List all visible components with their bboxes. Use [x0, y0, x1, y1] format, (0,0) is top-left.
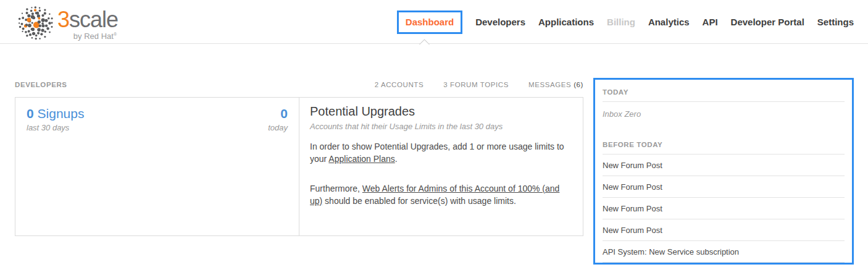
activity-list-item[interactable]: New Forum Post — [603, 198, 845, 219]
inbox-zero-label: Inbox Zero — [603, 102, 845, 135]
nav-item-developer-portal[interactable]: Developer Portal — [731, 17, 804, 27]
potential-upgrades-paragraph-1: In order to show Potential Upgrades, add… — [310, 140, 572, 166]
today-header: TODAY — [603, 83, 845, 102]
application-plans-link[interactable]: Application Plans — [328, 154, 394, 164]
potential-upgrades-subtitle: Accounts that hit their Usage Limits in … — [310, 122, 572, 131]
signups-today-label: today — [268, 123, 288, 132]
threescale-logo[interactable]: 3scale by Red Hat® — [18, 5, 118, 41]
signups-widget: 0 Signups 0 last 30 days today — [15, 98, 299, 235]
active-tab-caret — [416, 39, 432, 44]
threescale-logo-text: 3scale by Red Hat® — [57, 9, 118, 40]
nav-item-api[interactable]: API — [703, 17, 718, 27]
activity-list-item[interactable]: New Forum Post — [603, 219, 845, 241]
before-today-header: BEFORE TODAY — [603, 135, 845, 155]
top-header: 3scale by Red Hat® Dashboard Developers … — [0, 0, 868, 44]
nav-item-applications[interactable]: Applications — [538, 17, 594, 27]
nav-item-developers[interactable]: Developers — [475, 17, 525, 27]
signups-period-label: last 30 days — [27, 123, 69, 132]
potential-upgrades-widget: Potential Upgrades Accounts that hit the… — [299, 98, 583, 235]
developers-section-title: DEVELOPERS — [15, 81, 67, 88]
activity-list-item[interactable]: API System: New Application submission — [603, 263, 845, 267]
accounts-link[interactable]: 2 ACCOUNTS — [375, 81, 424, 88]
messages-link[interactable]: MESSAGES (6) — [528, 81, 583, 88]
main-nav: Dashboard Developers Applications Billin… — [397, 0, 854, 44]
trademark-symbol: ® — [114, 32, 117, 36]
signups-today-value: 0 — [280, 106, 288, 121]
logo-byline: by Red Hat® — [57, 32, 118, 40]
activity-list-item[interactable]: New Forum Post — [603, 176, 845, 198]
nav-item-billing[interactable]: Billing — [607, 17, 635, 27]
logo-scale: scale — [69, 7, 118, 32]
developers-meta-links: 2 ACCOUNTS 3 FORUM TOPICS MESSAGES (6) — [375, 81, 583, 88]
nav-item-dashboard[interactable]: Dashboard — [406, 17, 454, 27]
signups-link[interactable]: 0 Signups — [27, 106, 84, 121]
logo-3: 3 — [57, 7, 69, 32]
activity-panel: TODAY Inbox Zero BEFORE TODAY New Forum … — [593, 78, 854, 265]
activity-list: New Forum Post New Forum Post New Forum … — [603, 155, 845, 267]
developers-card: 0 Signups 0 last 30 days today Potential… — [15, 97, 583, 236]
nav-item-settings[interactable]: Settings — [817, 17, 854, 27]
forum-topics-link[interactable]: 3 FORUM TOPICS — [443, 81, 509, 88]
activity-list-item[interactable]: API System: New Service subscription — [603, 241, 845, 263]
messages-count: (6) — [574, 81, 583, 88]
activity-list-item[interactable]: New Forum Post — [603, 155, 845, 176]
annotation-box-dashboard: Dashboard — [397, 11, 462, 34]
threescale-logo-mark — [18, 5, 54, 41]
potential-upgrades-paragraph-2: Furthermore, Web Alerts for Admins of th… — [310, 182, 572, 208]
potential-upgrades-title: Potential Upgrades — [310, 104, 572, 119]
nav-item-analytics[interactable]: Analytics — [648, 17, 690, 27]
